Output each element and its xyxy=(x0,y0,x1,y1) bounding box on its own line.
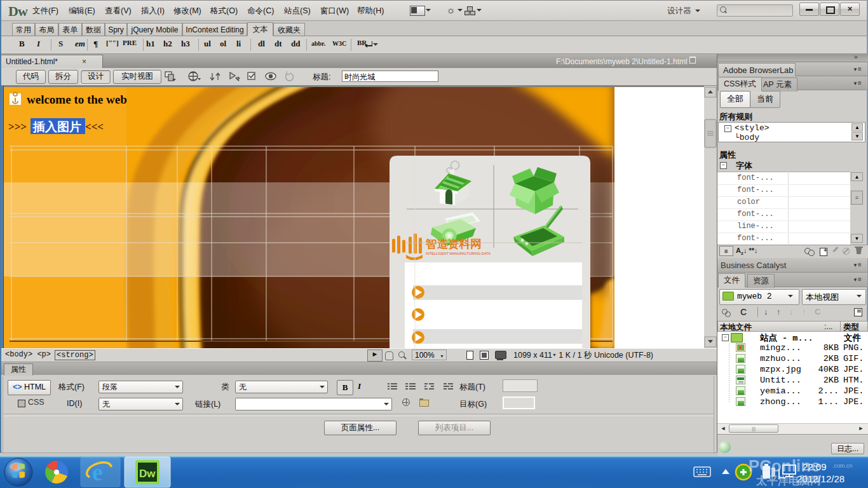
svg-text:太平洋电脑网: 太平洋电脑网 xyxy=(756,474,821,487)
svg-text:Dw: Dw xyxy=(139,468,156,480)
svg-text:INTELLIGENT MANUFACTURING DATA: INTELLIGENT MANUFACTURING DATA xyxy=(426,252,491,255)
svg-text:>>>: >>> xyxy=(8,121,27,133)
svg-text:<<<: <<< xyxy=(85,121,104,133)
svg-text:智造资料网: 智造资料网 xyxy=(425,238,482,250)
svg-text:PConline: PConline xyxy=(749,456,820,475)
svg-text:welcome to the web: welcome to the web xyxy=(27,93,127,106)
svg-text:插入图片: 插入图片 xyxy=(32,120,81,133)
svg-text:.com.cn: .com.cn xyxy=(832,463,853,469)
